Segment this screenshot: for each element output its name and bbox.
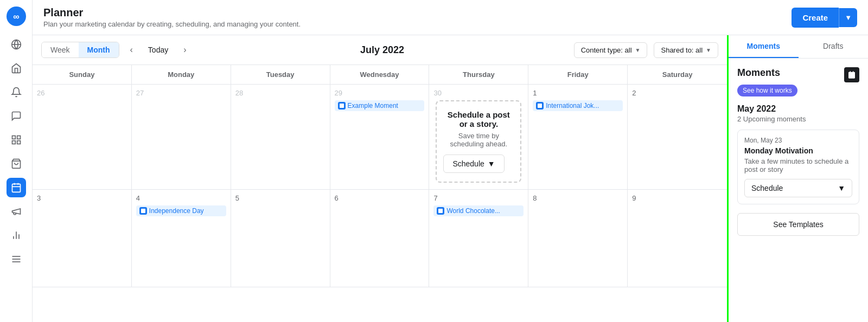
cell-jul3: 3 [33, 190, 132, 287]
chat-icon[interactable] [7, 106, 26, 126]
event-world-chocolate[interactable]: World Chocolate... [433, 205, 524, 216]
grid-icon[interactable] [7, 130, 26, 150]
today-button[interactable]: Today [144, 43, 173, 56]
svg-rect-7 [12, 141, 15, 144]
schedule-btn-arrow: ▼ [488, 159, 495, 168]
tab-drafts[interactable]: Drafts [799, 35, 869, 58]
globe-icon[interactable] [7, 35, 26, 54]
day-header-thursday: Thursday [429, 65, 528, 84]
cell-jul7: 7 World Chocolate... [429, 190, 528, 287]
create-dropdown-arrow[interactable]: ▼ [839, 8, 857, 27]
main-area: Planner Plan your marketing calendar by … [33, 0, 868, 322]
schedule-prompt-subtitle: Save time by scheduling ahead. [443, 132, 514, 148]
day-header-tuesday: Tuesday [231, 65, 330, 84]
cell-date: 5 [235, 194, 326, 202]
event-label: International Jok... [546, 102, 599, 110]
cell-date: 27 [136, 89, 226, 97]
cell-date: 29 [335, 89, 425, 97]
cell-jul1: 1 International Jok... [528, 85, 628, 189]
svg-rect-19 [340, 104, 344, 108]
home-icon[interactable] [7, 59, 26, 78]
meta-logo[interactable]: ∞ [7, 7, 26, 26]
cell-date: 6 [335, 194, 425, 202]
cell-date: 7 [433, 194, 524, 202]
cell-jun27: 27 [132, 85, 231, 189]
megaphone-icon[interactable] [7, 202, 26, 221]
month-view-button[interactable]: Month [79, 42, 119, 57]
cell-jul9: 9 [628, 190, 727, 287]
view-toggle: Week Month [41, 42, 119, 58]
event-label: Independence Day [149, 207, 204, 215]
svg-rect-5 [17, 136, 20, 139]
cell-date: 30 [433, 89, 524, 97]
cell-jun28: 28 [231, 85, 330, 189]
day-headers: Sunday Monday Tuesday Wednesday Thursday… [33, 65, 727, 85]
event-icon [437, 207, 444, 215]
shared-to-label: Shared to: all [661, 46, 703, 54]
cell-jun29: 29 Example Moment [330, 85, 430, 189]
schedule-btn-label: Schedule [452, 159, 484, 168]
svg-rect-9 [12, 184, 20, 192]
svg-rect-21 [141, 209, 145, 213]
see-how-button[interactable]: See how it works [737, 85, 797, 96]
cell-date: 1 [533, 89, 623, 97]
moment-date: Mon, May 23 [744, 137, 852, 144]
moments-count: 2 Upcoming moments [737, 115, 859, 123]
moment-schedule-arrow: ▼ [838, 184, 845, 192]
cell-jul4: 4 Independence Day [132, 190, 231, 287]
event-label: World Chocolate... [446, 207, 500, 215]
svg-rect-4 [12, 136, 15, 139]
svg-rect-23 [848, 72, 855, 79]
moment-schedule-label: Schedule [751, 184, 783, 192]
sidebar: ∞ [0, 0, 33, 322]
right-panel: Moments Drafts Moments See how it works … [727, 35, 868, 322]
svg-rect-6 [17, 141, 20, 144]
cell-jun26: 26 [33, 85, 132, 189]
cell-date: 3 [37, 194, 127, 202]
schedule-prompt-button[interactable]: Schedule ▼ [443, 154, 504, 173]
moment-title: Monday Motivation [744, 146, 852, 155]
cell-date: 9 [632, 194, 723, 202]
bell-icon[interactable] [7, 82, 26, 102]
week-view-button[interactable]: Week [42, 42, 79, 57]
tab-moments[interactable]: Moments [729, 35, 799, 58]
shared-to-filter[interactable]: Shared to: all ▼ [654, 42, 718, 58]
calendar-icon[interactable] [7, 178, 26, 197]
event-icon [139, 207, 147, 215]
cell-date: 8 [533, 194, 623, 202]
moment-card: Mon, May 23 Monday Motivation Take a few… [737, 130, 859, 204]
moment-description: Take a few minutes to schedule a post or… [744, 157, 852, 173]
page-header: Planner Plan your marketing calendar by … [33, 0, 868, 35]
calendar-week-2: 3 4 Independence Day 5 [33, 190, 727, 287]
menu-icon[interactable] [7, 249, 26, 269]
calendar-toolbar: Week Month ‹ Today › July 2022 Content t… [33, 35, 727, 65]
cell-date: 28 [235, 89, 326, 97]
page-title: Planner [43, 7, 301, 19]
schedule-prompt: Schedule a post or a story. Save time by… [436, 100, 521, 183]
moment-schedule-button[interactable]: Schedule ▼ [744, 179, 852, 197]
create-button[interactable]: Create [792, 8, 839, 28]
event-icon [338, 102, 346, 110]
schedule-prompt-title: Schedule a post or a story. [443, 110, 514, 128]
next-month-button[interactable]: › [179, 43, 190, 57]
cell-jun30: 30 Schedule a post or a story. Save time… [429, 85, 528, 189]
moments-month: May 2022 [737, 104, 859, 114]
panel-content: Moments See how it works May 2022 2 Upco… [729, 59, 868, 322]
content-type-arrow: ▼ [635, 47, 641, 53]
header-left: Planner Plan your marketing calendar by … [43, 7, 301, 28]
see-templates-button[interactable]: See Templates [737, 213, 859, 236]
cell-date: 26 [37, 89, 127, 97]
content-type-filter[interactable]: Content type: all ▼ [574, 42, 648, 58]
event-example-moment[interactable]: Example Moment [335, 100, 425, 111]
shop-icon[interactable] [7, 154, 26, 173]
cell-jul5: 5 [231, 190, 330, 287]
event-international-joke[interactable]: International Jok... [533, 100, 623, 111]
chart-icon[interactable] [7, 226, 26, 245]
moments-section-title: Moments [737, 67, 780, 79]
calendar-grid: Sunday Monday Tuesday Wednesday Thursday… [33, 65, 727, 322]
prev-month-button[interactable]: ‹ [126, 43, 137, 57]
cell-date: 4 [136, 194, 226, 202]
day-header-wednesday: Wednesday [330, 65, 430, 84]
event-independence-day[interactable]: Independence Day [136, 205, 226, 216]
event-icon [536, 102, 544, 110]
